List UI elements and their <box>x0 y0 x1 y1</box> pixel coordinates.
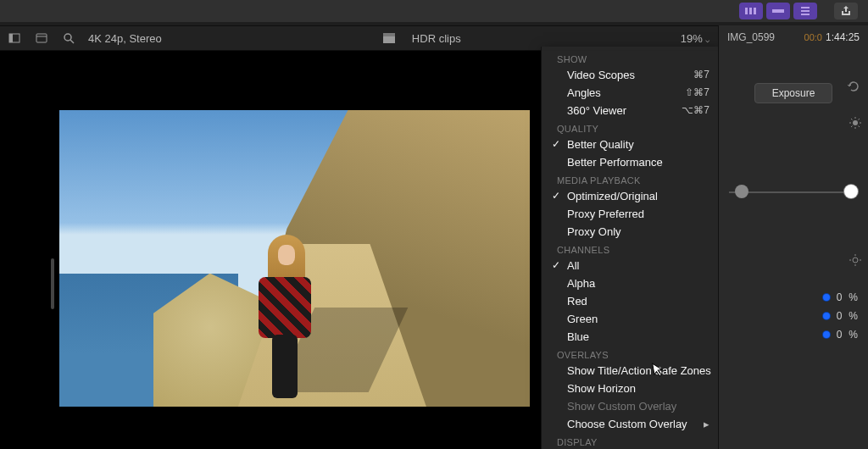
menu-item[interactable]: Video Scopes⌘7 <box>542 66 720 84</box>
menu-item[interactable]: Choose Custom Overlay▸ <box>542 415 720 433</box>
menu-item-label: Angles <box>567 86 601 100</box>
svg-point-29 <box>853 258 858 263</box>
reset-icon[interactable] <box>846 80 860 93</box>
mouse-cursor <box>652 361 666 378</box>
param-unit: % <box>849 291 858 303</box>
search-icon[interactable] <box>61 30 76 46</box>
svg-rect-0 <box>745 8 748 14</box>
menu-item[interactable]: Angles⇧⌘7 <box>542 84 720 102</box>
menu-item-label: Alpha <box>567 276 595 291</box>
sidebar-toggle-icon[interactable] <box>7 30 22 46</box>
menu-item[interactable]: Show Title/Action Safe Zones <box>542 362 720 380</box>
slider-handle-highlights[interactable] <box>844 185 858 198</box>
check-icon: ✓ <box>552 189 560 203</box>
menu-item-label: Better Performance <box>567 155 663 169</box>
menu-item[interactable]: Blue <box>542 328 720 346</box>
menu-item-label: Show Custom Overlay <box>567 399 676 413</box>
menu-section-header: QUALITY <box>542 119 720 136</box>
menu-item[interactable]: Alpha <box>542 274 720 292</box>
menu-item[interactable]: ✓All <box>542 257 720 274</box>
param-enable-dot[interactable] <box>823 313 830 319</box>
menu-item[interactable]: ✓Better Quality <box>542 136 720 153</box>
menu-item-label: Proxy Only <box>567 224 621 239</box>
svg-line-25 <box>851 119 853 120</box>
svg-line-12 <box>70 40 74 43</box>
menu-item-label: Video Scopes <box>567 68 635 82</box>
param-value[interactable]: 0 <box>837 291 843 303</box>
menu-section-header: CHANNELS <box>542 241 720 257</box>
project-label: HDR clips <box>412 32 461 45</box>
check-icon: ✓ <box>552 137 560 152</box>
menu-item-label: 360° Viewer <box>567 103 626 118</box>
menu-shortcut: ⌥⌘7 <box>668 103 709 118</box>
menu-item-label: Blue <box>567 330 589 344</box>
menu-item-label: Proxy Preferred <box>567 207 644 221</box>
toolbar-icon-3[interactable] <box>793 3 817 19</box>
menu-item-label: Better Quality <box>567 137 634 152</box>
param-enable-dot[interactable] <box>823 294 830 301</box>
svg-point-20 <box>853 120 858 125</box>
slider-handle-shadows[interactable] <box>736 186 748 197</box>
view-dropdown[interactable]: SHOWVideo Scopes⌘7Angles⇧⌘7360° Viewer⌥⌘… <box>541 47 721 449</box>
menu-item[interactable]: Proxy Only <box>542 223 720 241</box>
clip-duration: 1:44:25 <box>826 31 860 43</box>
clip-name: IMG_0599 <box>727 31 775 43</box>
viewer[interactable] <box>0 51 542 449</box>
timecode-start: 00:0 <box>804 32 822 42</box>
exposure-slider[interactable] <box>729 180 858 205</box>
submenu-arrow-icon: ▸ <box>704 417 709 431</box>
svg-marker-14 <box>383 33 395 36</box>
menu-item: Show Custom Overlay <box>542 397 720 415</box>
menu-item[interactable]: Better Performance <box>542 153 720 171</box>
svg-rect-6 <box>801 14 810 15</box>
svg-line-26 <box>859 126 860 128</box>
highlights-sun-icon <box>849 117 861 129</box>
titlebar <box>0 0 868 22</box>
menu-item[interactable]: Proxy Preferred <box>542 205 720 223</box>
zoom-label[interactable]: 19% ⌵ <box>681 32 710 45</box>
check-icon: ✓ <box>552 258 560 273</box>
svg-rect-4 <box>801 7 810 8</box>
param-unit: % <box>849 329 858 341</box>
menu-item[interactable]: 360° Viewer⌥⌘7 <box>542 102 720 119</box>
inspector-value-row: 0% <box>719 307 868 325</box>
library-icon[interactable] <box>34 30 49 46</box>
svg-rect-2 <box>754 8 756 14</box>
share-button[interactable] <box>834 3 858 19</box>
svg-point-11 <box>64 34 71 41</box>
svg-line-27 <box>851 126 853 128</box>
menu-item[interactable]: ✓Optimized/Original <box>542 187 720 205</box>
param-value[interactable]: 0 <box>837 310 843 322</box>
param-enable-dot[interactable] <box>823 331 830 338</box>
inspector-panel: IMG_0599 00:01:44:25 Exposure 0%0%0% <box>718 25 868 449</box>
svg-rect-1 <box>749 8 752 14</box>
menu-section-header: MEDIA PLAYBACK <box>542 171 720 187</box>
menu-item[interactable]: Red <box>542 292 720 310</box>
param-unit: % <box>849 310 858 322</box>
menu-section-header: OVERLAYS <box>542 346 720 362</box>
svg-rect-8 <box>9 34 13 42</box>
video-preview[interactable] <box>59 110 530 407</box>
menu-item-label: Choose Custom Overlay <box>567 417 687 431</box>
menu-item[interactable]: Show Horizon <box>542 380 720 397</box>
svg-rect-5 <box>801 10 810 12</box>
inspector-value-row: 0% <box>719 325 868 344</box>
svg-rect-3 <box>772 9 784 13</box>
menu-item[interactable]: Green <box>542 310 720 328</box>
menu-section-header: DISPLAY <box>542 433 720 449</box>
menu-item-label: Show Horizon <box>567 381 636 396</box>
resize-handle[interactable] <box>51 258 54 309</box>
shadows-sun-icon <box>849 254 861 266</box>
param-value[interactable]: 0 <box>837 329 843 341</box>
toolbar-icon-2[interactable] <box>766 3 790 19</box>
exposure-tab[interactable]: Exposure <box>754 83 832 103</box>
menu-section-header: SHOW <box>542 50 720 66</box>
svg-rect-13 <box>383 36 395 43</box>
toolbar-icon-1[interactable] <box>739 3 763 19</box>
format-label: 4K 24p, Stereo <box>88 32 162 45</box>
inspector-value-row: 0% <box>719 288 868 307</box>
menu-item-label: Optimized/Original <box>567 189 658 203</box>
svg-rect-9 <box>36 34 47 42</box>
clapper-icon[interactable] <box>381 30 397 46</box>
menu-item-label: All <box>567 258 579 273</box>
